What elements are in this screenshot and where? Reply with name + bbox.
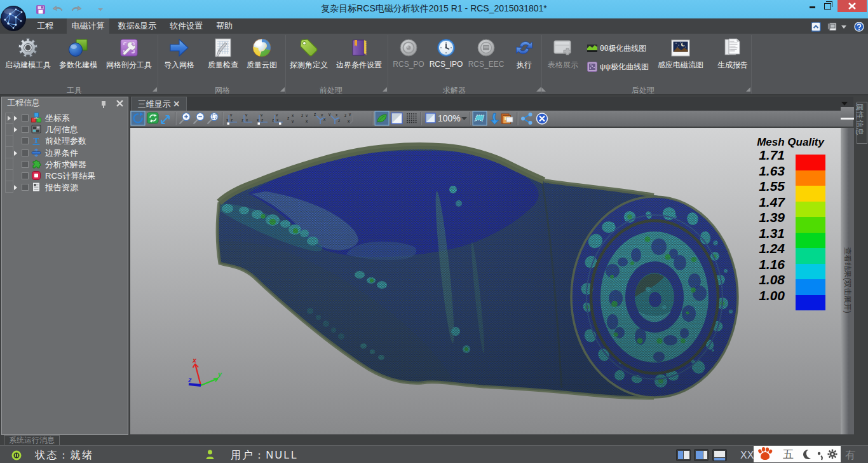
svg-text:z: z: [261, 118, 263, 122]
svg-text:z: z: [338, 118, 340, 123]
svg-text:100%: 100%: [438, 113, 461, 123]
svg-text:z: z: [344, 113, 346, 118]
svg-text:五: 五: [783, 448, 794, 460]
svg-text:z: z: [287, 116, 289, 120]
svg-text:z: z: [272, 118, 274, 122]
svg-text:x: x: [192, 356, 197, 364]
svg-text:z: z: [241, 118, 243, 122]
svg-text:y: y: [217, 370, 222, 378]
svg-text:z: z: [301, 113, 303, 118]
svg-text:z: z: [187, 376, 192, 384]
svg-text:z: z: [231, 118, 233, 122]
svg-text:z: z: [314, 112, 316, 116]
svg-text:T: T: [34, 135, 39, 145]
